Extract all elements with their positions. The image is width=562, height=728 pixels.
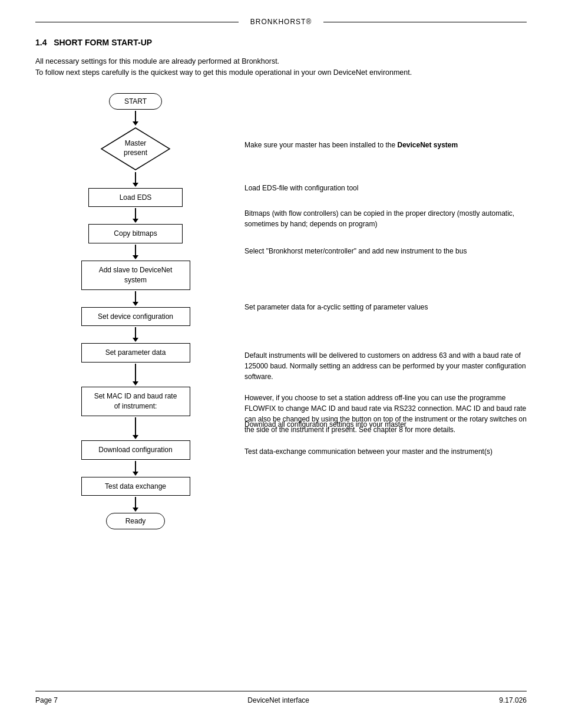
header-line-left bbox=[35, 22, 239, 22]
footer-left: Page 7 bbox=[35, 696, 58, 704]
node-copy-bitmaps: Copy bitmaps bbox=[88, 224, 183, 243]
node-download-config: Download configuration bbox=[81, 440, 190, 460]
node-master: Masterpresent bbox=[100, 127, 171, 171]
desc-set-param: Set parameter data for a-cyclic setting … bbox=[244, 294, 527, 321]
node-test-data: Test data exchange bbox=[81, 477, 190, 496]
page-footer: Page 7 DeviceNet interface 9.17.026 bbox=[35, 691, 527, 704]
desc-copy-bitmaps: Bitmaps (with flow controllers) can be c… bbox=[244, 202, 527, 236]
start-shape: START bbox=[109, 93, 162, 110]
arrow-4 bbox=[133, 245, 138, 259]
section-label: Short Form Start-Up bbox=[54, 38, 152, 47]
section-number: 1.4 bbox=[35, 38, 47, 47]
page-header: BRONKHORST® bbox=[35, 18, 527, 26]
master-label: Masterpresent bbox=[124, 139, 147, 157]
set-param-label: Set parameter data bbox=[105, 348, 166, 357]
arrow-7 bbox=[133, 364, 138, 386]
add-slave-shape: Add slave to DeviceNetsystem bbox=[81, 261, 190, 290]
node-set-mac: Set MAC ID and baud rateof instrument: bbox=[81, 387, 190, 416]
arrow-9 bbox=[133, 461, 138, 476]
node-set-param: Set parameter data bbox=[81, 343, 190, 363]
spacer-start bbox=[244, 93, 527, 116]
header-line-right bbox=[323, 22, 527, 22]
desc-set-mac: Default instruments will be delivered to… bbox=[244, 321, 527, 406]
desc-add-slave-text: Select "Bronkhorst meter/controller" and… bbox=[244, 246, 467, 256]
copy-bitmaps-label: Copy bitmaps bbox=[114, 229, 157, 238]
intro-line1: All necessary settings for this module a… bbox=[35, 56, 527, 67]
test-data-shape: Test data exchange bbox=[81, 477, 190, 496]
arrow-8 bbox=[133, 417, 138, 439]
section-title: 1.4 Short Form Start-Up bbox=[35, 38, 527, 47]
arrow-6 bbox=[133, 327, 138, 342]
arrow-10 bbox=[133, 497, 138, 512]
node-start: START bbox=[109, 93, 162, 110]
descriptions-column: Make sure your master has been installed… bbox=[236, 93, 527, 691]
add-slave-label: Add slave to DeviceNetsystem bbox=[99, 266, 173, 284]
set-mac-shape: Set MAC ID and baud rateof instrument: bbox=[81, 387, 190, 416]
desc-test-data-text: Test data-exchange communication between… bbox=[244, 446, 492, 457]
arrow-3 bbox=[133, 208, 138, 223]
desc-load-eds-text: Load EDS-file with configuration tool bbox=[244, 183, 358, 193]
arrow-1 bbox=[133, 111, 138, 126]
desc-download-config-text: Download all configuration settings into… bbox=[244, 419, 406, 430]
desc-master-text: Make sure your master has been installed… bbox=[244, 140, 458, 150]
desc-set-param-text: Set parameter data for a-cyclic setting … bbox=[244, 302, 428, 312]
download-config-label: Download configuration bbox=[98, 446, 172, 454]
node-load-eds: Load EDS bbox=[88, 188, 183, 207]
footer-center: DeviceNet interface bbox=[247, 696, 309, 704]
desc-load-eds: Load EDS-file with configuration tool bbox=[244, 174, 527, 202]
load-eds-label: Load EDS bbox=[120, 193, 152, 202]
flowchart-area: START Masterpresent bbox=[35, 93, 527, 691]
brand-name: BRONKHORST® bbox=[250, 18, 312, 26]
arrow-5 bbox=[133, 291, 138, 306]
desc-download-config: Download all configuration settings into… bbox=[244, 411, 527, 438]
test-data-label: Test data exchange bbox=[105, 482, 166, 490]
ready-label: Ready bbox=[125, 517, 146, 525]
copy-bitmaps-shape: Copy bitmaps bbox=[88, 224, 183, 243]
node-ready: Ready bbox=[106, 513, 165, 529]
ready-shape: Ready bbox=[106, 513, 165, 529]
set-param-shape: Set parameter data bbox=[81, 343, 190, 363]
set-device-config-shape: Set device configuration bbox=[81, 307, 190, 327]
flowchart-column: START Masterpresent bbox=[35, 93, 236, 691]
desc-set-device-config bbox=[244, 266, 527, 294]
start-label: START bbox=[124, 97, 147, 106]
desc-test-data: Test data-exchange communication between… bbox=[244, 438, 527, 465]
intro-text: All necessary settings for this module a… bbox=[35, 56, 527, 78]
desc-copy-bitmaps-text: Bitmaps (with flow controllers) can be c… bbox=[244, 208, 527, 229]
desc-add-slave: Select "Bronkhorst meter/controller" and… bbox=[244, 236, 527, 266]
download-config-shape: Download configuration bbox=[81, 440, 190, 460]
load-eds-shape: Load EDS bbox=[88, 188, 183, 207]
set-mac-label: Set MAC ID and baud rateof instrument: bbox=[94, 392, 177, 410]
desc-master: Make sure your master has been installed… bbox=[244, 116, 527, 174]
footer-right: 9.17.026 bbox=[499, 696, 527, 704]
set-device-config-label: Set device configuration bbox=[98, 312, 173, 321]
node-set-device-config: Set device configuration bbox=[81, 307, 190, 327]
node-add-slave: Add slave to DeviceNetsystem bbox=[81, 261, 190, 290]
intro-line2: To follow next steps carefully is the qu… bbox=[35, 67, 527, 78]
arrow-2 bbox=[133, 172, 138, 187]
